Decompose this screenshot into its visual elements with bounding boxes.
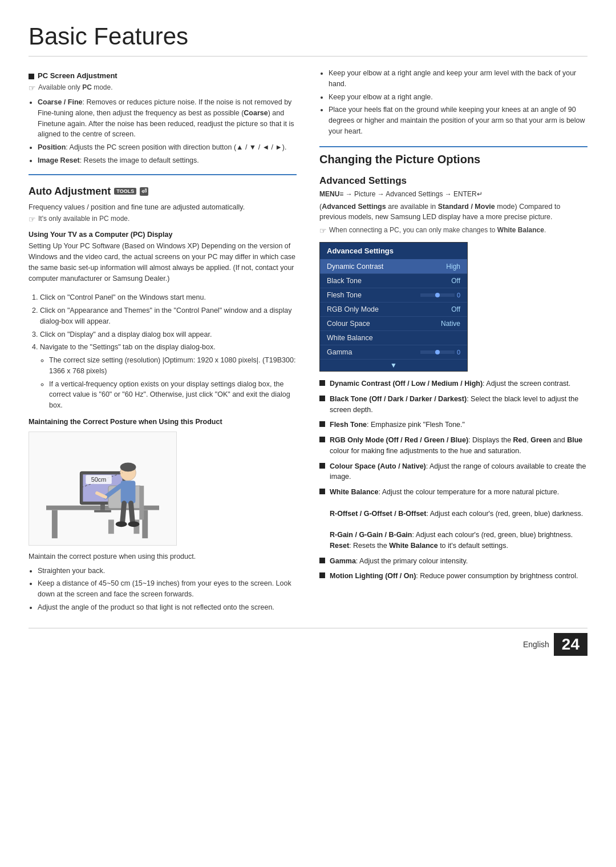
page-footer: English 24: [29, 628, 587, 656]
pc-screen-section: PC Screen Adjustment ☞ Available only PC…: [29, 71, 297, 166]
advanced-settings-section: Advanced Settings MENU≡ → Picture → Adva…: [319, 175, 587, 582]
bullet-motion-lighting: Motion Lighting (Off / On): Reduce power…: [319, 571, 587, 582]
posture-bullet-1: Straighten your back.: [38, 566, 297, 576]
adv-row-colour-space: Colour Space Native: [320, 317, 467, 331]
pc-screen-bullets: Coarse / Fine: Removes or reduces pictur…: [29, 97, 297, 166]
square-bullet-icon: [319, 396, 325, 401]
svg-rect-6: [94, 510, 111, 512]
svg-text:50cm: 50cm: [91, 476, 107, 483]
step-3: Click on "Display" and a display dialog …: [40, 329, 297, 340]
square-bullet-icon: [29, 74, 34, 79]
page-title: Basic Features: [29, 23, 587, 57]
adv-row-rgb-mode: RGB Only Mode Off: [320, 303, 467, 317]
advanced-bullet-list: Dynamic Contrast (Off / Low / Medium / H…: [319, 378, 587, 582]
square-bullet-icon: [319, 489, 325, 494]
using-tv-text: Setting Up Your PC Software (Based on Wi…: [29, 241, 297, 284]
svg-rect-5: [100, 504, 105, 510]
bullet-gamma: Gamma: Adjust the primary colour intensi…: [319, 556, 587, 567]
pc-screen-note: ☞ Available only PC mode.: [29, 83, 297, 92]
svg-point-18: [116, 521, 127, 527]
page-number: 24: [554, 633, 587, 656]
pc-screen-label: PC Screen Adjustment: [29, 71, 297, 80]
auto-adjustment-desc: Frequency values / position and fine tun…: [29, 202, 297, 213]
pc-screen-bullet-1: Coarse / Fine: Removes or reduces pictur…: [38, 97, 297, 140]
bullet-flesh-tone: Flesh Tone: Emphasize pink "Flesh Tone.": [319, 420, 587, 430]
adv-row-flesh-tone: Flesh Tone 0: [320, 288, 467, 303]
square-bullet-icon: [319, 421, 325, 427]
svg-line-17: [131, 503, 133, 522]
bullet-colour-space: Colour Space (Auto / Native): Adjust the…: [319, 461, 587, 483]
sub-bullets: The correct size setting (resolution) |O…: [40, 355, 297, 411]
step-2: Click on "Appearance and Themes" in the …: [40, 305, 297, 327]
divider-1: [29, 174, 297, 175]
square-bullet-icon: [319, 558, 325, 563]
advanced-heading: Advanced Settings: [319, 175, 587, 187]
bullet-black-tone: Black Tone (Off / Dark / Darker / Darkes…: [319, 394, 587, 416]
posture-heading: Maintaining the Correct Posture when Usi…: [29, 418, 297, 426]
page-lang: English: [523, 640, 549, 649]
left-column: PC Screen Adjustment ☞ Available only PC…: [29, 68, 297, 616]
adv-row-black-tone: Black Tone Off: [320, 274, 467, 288]
steps-list: Click on "Control Panel" on the Windows …: [29, 292, 297, 411]
divider-right: [319, 146, 587, 147]
auto-adjustment-heading: Auto Adjustment TOOLS ⏎: [29, 186, 297, 197]
bullet-white-balance: White Balance: Adjust the colour tempera…: [319, 487, 587, 551]
posture-svg: 50cm: [29, 432, 176, 545]
sub-bullet-2: If a vertical-frequency option exists on…: [49, 379, 297, 411]
menu-path: MENU≡ → Picture → Advanced Settings → EN…: [319, 190, 587, 198]
adv-arrow: ▼: [320, 360, 467, 371]
right-posture-2: Keep your elbow at a right angle.: [329, 92, 587, 103]
auto-adjustment-note: ☞ It's only available in PC mode.: [29, 215, 297, 224]
posture-section: Maintaining the Correct Posture when Usi…: [29, 418, 297, 613]
note-icon: ☞: [29, 83, 36, 92]
svg-point-12: [120, 462, 136, 471]
white-balance-note: ☞ When connecting a PC, you can only mak…: [319, 226, 587, 235]
posture-desc: Maintain the correct posture when using …: [29, 551, 297, 562]
bullet-dynamic-contrast: Dynamic Contrast (Off / Low / Medium / H…: [319, 378, 587, 389]
adv-row-dynamic-contrast: Dynamic Contrast High: [320, 260, 467, 274]
square-bullet-icon: [319, 437, 325, 442]
pc-screen-bullet-3: Image Reset: Resets the image to default…: [38, 155, 297, 166]
svg-rect-9: [108, 519, 114, 534]
svg-rect-13: [121, 481, 136, 503]
step-4: Navigate to the "Settings" tab on the di…: [40, 342, 297, 411]
square-bullet-icon: [319, 463, 325, 469]
using-tv-heading: Using Your TV as a Computer (PC) Display: [29, 231, 297, 239]
svg-point-19: [128, 521, 140, 527]
svg-rect-1: [52, 510, 58, 538]
right-posture-1: Keep your elbow at a right angle and kee…: [329, 68, 587, 90]
sub-bullet-1: The correct size setting (resolution) |O…: [49, 355, 297, 377]
svg-rect-8: [139, 486, 144, 519]
posture-illustration: 50cm: [29, 432, 177, 546]
posture-right-bullets: Keep your elbow at a right angle and kee…: [319, 68, 587, 137]
posture-bullet-3: Adjust the angle of the product so that …: [38, 602, 297, 613]
adv-row-gamma: Gamma 0: [320, 345, 467, 360]
advanced-settings-box: Advanced Settings Dynamic Contrast High …: [319, 242, 468, 372]
adv-row-white-balance: White Balance: [320, 331, 467, 345]
bullet-rgb-mode: RGB Only Mode (Off / Red / Green / Blue)…: [319, 435, 587, 457]
auto-adjustment-section: Auto Adjustment TOOLS ⏎ Frequency values…: [29, 186, 297, 411]
square-bullet-icon: [319, 380, 325, 386]
advanced-note: (Advanced Settings are available in Stan…: [319, 201, 587, 223]
step-1: Click on "Control Panel" on the Windows …: [40, 292, 297, 303]
posture-bullet-2: Keep a distance of 45~50 cm (15~19 inche…: [38, 578, 297, 600]
posture-bullets: Straighten your back. Keep a distance of…: [29, 566, 297, 613]
right-column: Keep your elbow at a right angle and kee…: [319, 68, 587, 616]
pc-screen-bullet-2: Position: Adjusts the PC screen position…: [38, 142, 297, 153]
enter-badge: ⏎: [140, 187, 148, 196]
tools-badge: TOOLS: [114, 188, 136, 195]
changing-heading: Changing the Picture Options: [319, 153, 587, 166]
svg-line-16: [123, 503, 124, 522]
adv-box-header: Advanced Settings: [320, 243, 467, 260]
square-bullet-icon: [319, 572, 325, 578]
right-posture-3: Place your heels flat on the ground whil…: [329, 104, 587, 136]
